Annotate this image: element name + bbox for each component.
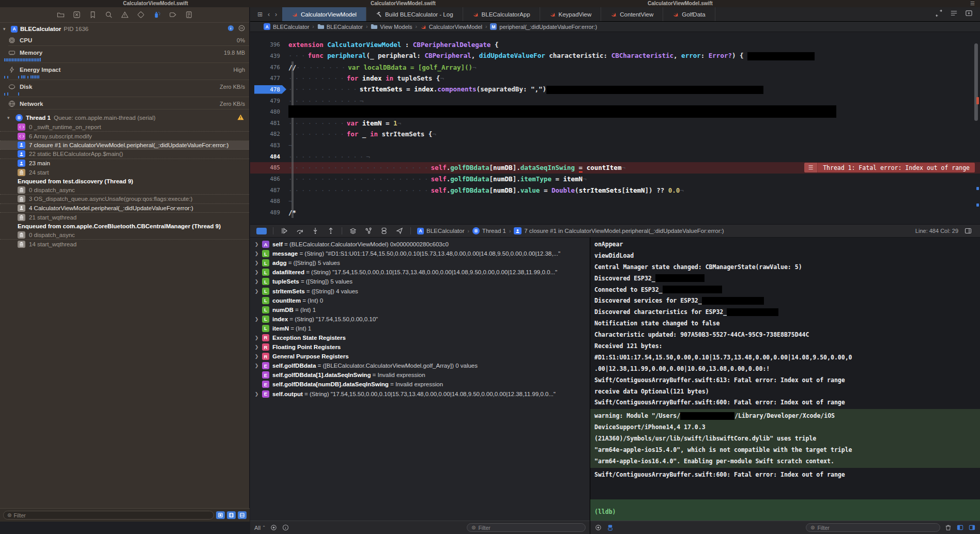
gauge-cpu[interactable]: CPU0% <box>0 35 249 47</box>
chevron-down-icon[interactable]: ▾ <box>7 115 12 120</box>
disclosure-triangle-icon[interactable]: ❯ <box>254 251 259 256</box>
console-eye-icon[interactable] <box>594 524 602 531</box>
breadcrumb-item[interactable]: Mperipheral(_:didUpdateValueFor:error:) <box>490 23 597 30</box>
console-filter-input[interactable] <box>817 525 936 531</box>
stack-frame-row[interactable]: 6 Array.subscript.modify <box>0 132 249 140</box>
variable-row[interactable]: ❯LtupleSets = ([String]) 5 values <box>250 277 590 286</box>
line-number-gutter[interactable]: 483 <box>250 142 288 149</box>
step-out-button[interactable] <box>326 227 335 235</box>
variable-row[interactable]: Eself.golfDBdata[numDB].dataSeqInSwing =… <box>250 380 590 389</box>
related-items-icon[interactable]: ⊞ <box>257 11 263 18</box>
issues-icon[interactable] <box>120 10 129 19</box>
stack-frame-row[interactable]: 0 dispatch_async <box>0 231 249 240</box>
breadcrumb-item[interactable]: BLECalculator <box>317 24 363 30</box>
debug-breadcrumb-item[interactable]: ABLECalculator <box>417 228 465 234</box>
console-io-mode-icon[interactable] <box>606 524 614 531</box>
tests-icon[interactable] <box>136 10 145 19</box>
variable-row[interactable]: ❯Aself = (BLECalculator.CalculatorViewMo… <box>250 240 590 249</box>
source-editor[interactable]: 396extension CalculatorViewModel : CBPer… <box>250 32 980 224</box>
show-stack-frames-button[interactable] <box>238 511 247 519</box>
debug-navigator-icon[interactable] <box>152 10 161 19</box>
variable-row[interactable]: ❯Eself.output = (String) "17.54,15.50,0.… <box>250 389 590 399</box>
disclosure-triangle-icon[interactable]: ❯ <box>254 363 259 368</box>
debug-breadcrumb-item[interactable]: Thread 1 <box>472 227 506 234</box>
error-banner[interactable]: ☰Thread 1: Fatal error: Index out of ran… <box>804 163 975 172</box>
stack-frame-row[interactable]: 0 dispatch_async <box>0 186 249 195</box>
disclosure-triangle-icon[interactable]: ❯ <box>254 289 259 294</box>
code-review-icon[interactable] <box>935 9 943 19</box>
chevron-down-icon[interactable]: ▾ <box>3 26 8 32</box>
line-number-gutter[interactable]: 396 <box>250 41 288 48</box>
toggle-variables-pane-icon[interactable] <box>956 524 964 531</box>
debug-memory-graph-button[interactable] <box>364 227 373 235</box>
variable-row[interactable]: ❯Ladgg = ([String]) 5 values <box>250 258 590 268</box>
bookmarks-icon[interactable] <box>88 10 97 19</box>
line-number-gutter[interactable]: 477 <box>250 75 288 82</box>
variable-row[interactable]: ❯Ldatafiltered = (String) "17.54,15.50,0… <box>250 268 590 277</box>
flat-view-icon[interactable] <box>270 524 278 531</box>
console-output[interactable]: onAppearviewDidLoadCentral Manager state… <box>590 238 980 521</box>
variable-row[interactable]: ❯LstrItemSets = ([String]) 4 values <box>250 286 590 295</box>
tab-build-blecalculator-log[interactable]: Build BLECalculator - Log <box>366 7 463 21</box>
navigator-filter-input[interactable] <box>13 512 210 519</box>
line-number-gutter[interactable]: 479 <box>250 98 288 104</box>
line-number-gutter[interactable]: 485 <box>250 164 288 171</box>
debug-view-hierarchy-button[interactable] <box>348 227 358 235</box>
step-over-button[interactable] <box>295 227 304 235</box>
variable-row[interactable]: ❯Lindex = (String) "17.54,15.50,0.00,0.1… <box>250 315 590 324</box>
show-crashed-threads-button[interactable] <box>216 511 225 519</box>
disclosure-triangle-icon[interactable]: ❯ <box>254 260 259 265</box>
project-navigator-icon[interactable] <box>56 10 65 19</box>
line-number-gutter[interactable]: 476 <box>250 64 288 71</box>
tab-keypadview[interactable]: KeypadView <box>540 7 602 21</box>
reports-icon[interactable] <box>185 10 193 19</box>
variable-row[interactable]: LnumDB = (Int) 1 <box>250 305 590 315</box>
stack-frame-row[interactable]: 14 start_wqthread <box>0 240 249 248</box>
variable-row[interactable]: ❯RFloating Point Registers <box>250 342 590 352</box>
stack-frame-row[interactable]: 21 start_wqthread <box>0 213 249 222</box>
gauge-network[interactable]: NetworkZero KB/s <box>0 98 249 111</box>
info-icon[interactable] <box>227 24 234 34</box>
tab-blecalculatorapp[interactable]: BLECalculatorApp <box>463 7 540 21</box>
variable-row[interactable]: ❯RGeneral Purpose Registers <box>250 352 590 361</box>
stack-frame-row[interactable]: 0 _swift_runtime_on_report <box>0 123 249 132</box>
disclosure-triangle-icon[interactable]: ❯ <box>254 270 259 275</box>
line-number-gutter[interactable]: 484 <box>250 153 288 160</box>
breadcrumb-item[interactable]: ABLECalculator <box>264 23 309 30</box>
step-into-button[interactable] <box>311 227 320 235</box>
thread-row[interactable]: ▾Thread 1Queue: com.apple.main-thread (s… <box>0 113 249 123</box>
variables-filter-input[interactable] <box>478 525 581 531</box>
variable-row[interactable]: ❯RException State Registers <box>250 333 590 342</box>
variables-filter-field[interactable]: ⊜ <box>467 523 586 532</box>
line-number-gutter[interactable]: 481 <box>250 120 288 127</box>
disclosure-triangle-icon[interactable]: ❯ <box>254 354 259 359</box>
line-number-gutter[interactable]: 439 <box>250 53 288 59</box>
line-number-gutter[interactable]: 489 <box>250 209 288 216</box>
disclosure-triangle-icon[interactable]: ❯ <box>254 344 259 350</box>
console-filter-field[interactable]: ⊜ <box>806 523 940 532</box>
line-number-gutter[interactable]: 486 <box>250 176 288 182</box>
stack-frame-row[interactable]: 3 OS_dispatch_queue.asyncUnsafe(group:qo… <box>0 195 249 203</box>
disclosure-triangle-icon[interactable]: ❯ <box>254 279 259 284</box>
debug-queues-button[interactable] <box>379 227 389 235</box>
stack-frame-row[interactable]: 24 start <box>0 168 249 177</box>
variable-row[interactable]: LcountItem = (Int) 0 <box>250 296 590 305</box>
breakpoints-toggle-button[interactable] <box>256 228 267 234</box>
variables-scope-select[interactable]: All ⌃ <box>254 525 266 531</box>
breadcrumb-item[interactable]: View Models <box>371 24 412 30</box>
info-icon[interactable] <box>282 524 289 531</box>
debug-breadcrumb-item[interactable]: 7 closure #1 in CalculatorViewModel.peri… <box>514 227 724 234</box>
toggle-console-pane-icon[interactable] <box>968 524 976 531</box>
variable-row[interactable]: LitemN = (Int) 1 <box>250 324 590 333</box>
line-number-gutter[interactable]: 480 <box>250 108 288 115</box>
breadcrumb-item[interactable]: CalculatorViewModel <box>420 24 482 30</box>
editor-focus-icon[interactable] <box>963 227 973 235</box>
variable-row[interactable]: ❯Lmessage = (String) "#D1:S1:U01:17.54,1… <box>250 249 590 258</box>
pause-process-icon[interactable] <box>238 24 245 34</box>
navigator-filter-field[interactable]: ⊜ <box>3 511 214 520</box>
line-number-gutter[interactable]: 487 <box>250 187 288 194</box>
disclosure-triangle-icon[interactable]: ❯ <box>254 335 259 340</box>
disclosure-triangle-icon[interactable]: ❯ <box>254 391 259 397</box>
go-forward-icon[interactable]: › <box>275 11 277 18</box>
find-icon[interactable] <box>104 10 113 19</box>
